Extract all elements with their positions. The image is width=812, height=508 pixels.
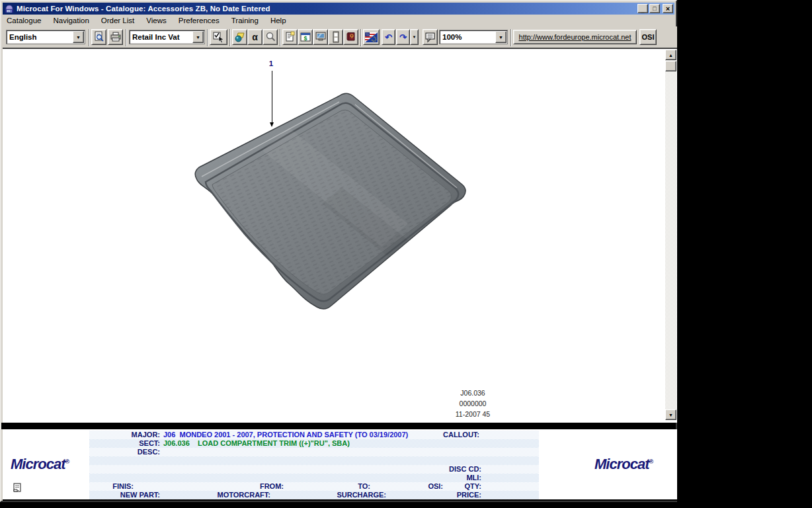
monitor-view-button[interactable]: [313, 29, 328, 45]
price-label: PRICE:: [457, 491, 481, 499]
language-flag-button[interactable]: [363, 29, 380, 45]
redo-icon: ↷: [399, 33, 407, 42]
zoom-button[interactable]: [263, 29, 278, 45]
print-button[interactable]: [108, 29, 123, 45]
image-parts-icon: [234, 31, 246, 43]
screen-background: Microcat For Windows - Catalogue: Access…: [0, 0, 812, 508]
scroll-down-button[interactable]: ▼: [665, 409, 676, 420]
toolbar-separator: [360, 29, 362, 46]
language-select-value: English: [7, 33, 73, 41]
major-value: J06 MONDEO 2001 - 2007, PROTECTION AND S…: [163, 431, 408, 439]
sect-value: J06.036 LOAD COMPARTMENT TRIM ((+)"RU", …: [163, 439, 350, 448]
illustration-canvas: 1 J06.036 0000000 11-2007 45 ▲ ▼: [3, 48, 677, 423]
from-label: FROM:: [260, 482, 284, 491]
zoom-level-select[interactable]: 100% ▼: [439, 30, 508, 44]
surcharge-label: SURCHARGE:: [337, 491, 386, 499]
sect-label: SECT:: [139, 439, 160, 448]
osi-label: OSI:: [428, 482, 443, 491]
chevron-down-icon[interactable]: ▼: [73, 31, 84, 43]
footnote-section: J06.036: [407, 388, 539, 398]
index-button[interactable]: α: [247, 29, 263, 45]
book-icon: [345, 31, 357, 43]
microcat-url-button[interactable]: http://www.fordeurope.microcat.net: [513, 30, 637, 44]
toolbar-separator: [207, 29, 208, 46]
undo-icon: ↶: [385, 33, 392, 42]
zoom-level-value: 100%: [440, 33, 495, 41]
menu-training[interactable]: Training: [227, 15, 264, 26]
speech-bubble-icon: [425, 31, 436, 43]
desc-label: DESC:: [138, 448, 160, 456]
pointer-checkbox-icon: [212, 31, 225, 43]
scrollbar-thumb[interactable]: [665, 61, 676, 71]
qty-label: QTY:: [465, 482, 481, 491]
callout-arrowhead: [270, 122, 274, 127]
motorcraft-label: MOTORCRAFT:: [218, 491, 270, 499]
microcat-logo-right: Microcat®: [594, 456, 653, 473]
select-callout-button[interactable]: [210, 29, 227, 45]
menu-views[interactable]: Views: [142, 15, 171, 26]
menu-preferences[interactable]: Preferences: [175, 15, 225, 26]
title-bar: Microcat For Windows - Catalogue: Access…: [3, 3, 674, 15]
toolbar-separator: [280, 29, 281, 46]
mli-label: MLI:: [466, 474, 481, 482]
menu-navigation[interactable]: Navigation: [49, 15, 94, 26]
panel-row: [89, 456, 539, 465]
illustration-footnote: J06.036 0000000 11-2007 45: [407, 388, 539, 419]
undo-button[interactable]: ↶: [382, 29, 395, 45]
toolbar-separator: [510, 29, 512, 46]
redo-button[interactable]: ↷: [396, 29, 410, 45]
close-button[interactable]: ×: [663, 4, 673, 13]
help-book-button[interactable]: [343, 29, 358, 45]
callout-label: CALLOUT:: [443, 431, 479, 439]
callout-leader-line: [272, 71, 272, 122]
language-select[interactable]: English ▼: [6, 30, 85, 44]
notes-icon: [284, 31, 296, 43]
price-window-button[interactable]: $: [298, 29, 313, 45]
toolbar-separator: [229, 29, 231, 46]
print-icon: [110, 31, 122, 43]
osi-button[interactable]: OSI: [639, 29, 657, 45]
finis-label: FINIS:: [112, 482, 134, 491]
registered-mark: ®: [649, 458, 653, 465]
scroll-up-button[interactable]: ▲: [665, 50, 676, 60]
window-title: Microcat For Windows - Catalogue: Access…: [17, 5, 270, 13]
magnifier-icon: [264, 31, 276, 43]
image-view-button[interactable]: [232, 29, 247, 45]
application-window: Microcat For Windows - Catalogue: Access…: [0, 0, 677, 502]
flag-icon: [365, 32, 378, 42]
maximize-button[interactable]: □: [649, 4, 660, 13]
toolbar-separator: [89, 29, 90, 46]
chevron-down-icon: ▼: [413, 35, 417, 39]
vertical-scrollbar[interactable]: ▲ ▼: [665, 50, 676, 420]
feedback-button[interactable]: [423, 29, 438, 45]
notes-button[interactable]: [282, 29, 298, 45]
price-window-icon: $: [300, 31, 311, 43]
toolbar: English ▼: [3, 26, 677, 48]
menu-bar: Catalogue Navigation Order List Views Pr…: [3, 15, 674, 26]
scroll-down-icon: ▼: [669, 413, 673, 417]
major-label: MAJOR:: [132, 431, 160, 439]
disc-cd-label: DISC CD:: [449, 465, 481, 474]
chevron-down-icon[interactable]: ▼: [495, 31, 507, 43]
menu-help[interactable]: Help: [266, 15, 292, 26]
minimize-button[interactable]: _: [637, 4, 648, 13]
filmstrip-button[interactable]: [328, 29, 343, 45]
callout-number[interactable]: 1: [266, 60, 276, 67]
new-part-label: NEW PART:: [120, 491, 160, 499]
registered-mark: ®: [65, 458, 69, 465]
panel-separator: [1, 423, 676, 429]
part-illustration-boot-liner: [190, 88, 474, 316]
document-icon[interactable]: [12, 482, 24, 494]
scroll-up-icon: ▲: [669, 53, 673, 58]
footnote-date: 11-2007 45: [407, 409, 539, 419]
toolbar-separator: [126, 29, 127, 46]
print-preview-button[interactable]: [91, 29, 106, 45]
menu-catalogue[interactable]: Catalogue: [3, 15, 46, 26]
price-type-select-value: Retail Inc Vat: [130, 33, 192, 41]
menu-order-list[interactable]: Order List: [97, 15, 140, 26]
monitor-icon: [315, 31, 327, 43]
chevron-down-icon[interactable]: ▼: [192, 31, 204, 43]
svg-text:$: $: [304, 35, 307, 42]
redo-history-dropdown[interactable]: ▼: [410, 29, 419, 45]
price-type-select[interactable]: Retail Inc Vat ▼: [129, 30, 205, 44]
